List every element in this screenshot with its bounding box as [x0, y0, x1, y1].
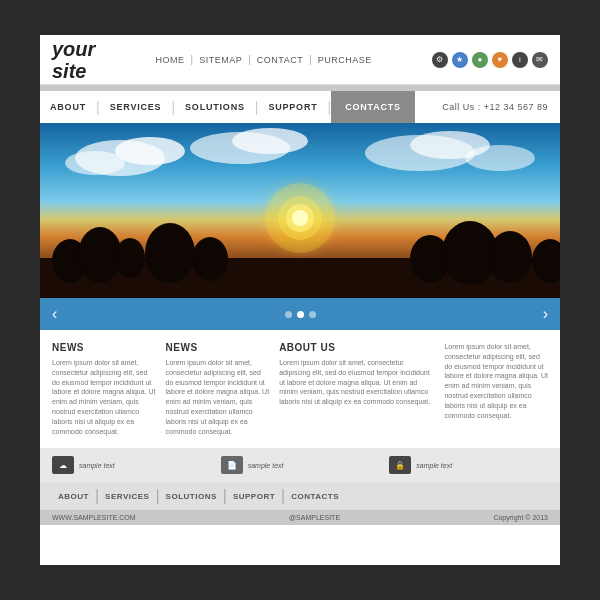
settings-icon[interactable]: ⚙: [432, 52, 448, 68]
nav-sitemap[interactable]: SITEMAP: [193, 55, 248, 65]
icon-row: ☁ sample text 📄 sample text 🔒 sample tex…: [40, 448, 560, 482]
svg-point-2: [115, 137, 185, 165]
bottom-nav-support[interactable]: SUPPORT: [227, 492, 281, 501]
svg-point-8: [465, 145, 535, 171]
document-icon: 📄: [221, 456, 243, 474]
main-nav-links: ABOUT | SERVICES | SOLUTIONS | SUPPORT |…: [40, 91, 442, 123]
footer-website: WWW.SAMPLESITE.COM: [52, 514, 136, 521]
icon-label-2: sample text: [248, 462, 284, 469]
cloud-icon: ☁: [52, 456, 74, 474]
about-body1: Lorem ipsum dolor sit amet, consectetur …: [279, 358, 434, 407]
star-icon[interactable]: ★: [452, 52, 468, 68]
nav-purchase[interactable]: PURCHASE: [312, 55, 378, 65]
bottom-nav-contacts[interactable]: CONTACTS: [285, 492, 345, 501]
news2-body: Lorem ipsum dolor sit amet, consectetur …: [166, 358, 270, 436]
page-footer: WWW.SAMPLESITE.COM @SAMPLESITE Copyright…: [40, 510, 560, 525]
bottom-nav-services[interactable]: SERVICES: [99, 492, 155, 501]
prev-arrow[interactable]: ‹: [52, 305, 57, 323]
content-section: NEWS Lorem ipsum dolor sit amet, consect…: [40, 330, 560, 448]
main-nav-contacts[interactable]: CONTACTS: [331, 91, 415, 123]
about-heading: ABOUT US: [279, 342, 434, 353]
main-navigation: ABOUT | SERVICES | SOLUTIONS | SUPPORT |…: [40, 91, 560, 123]
hero-svg: [40, 123, 560, 298]
svg-point-12: [292, 210, 308, 226]
extra-col: Lorem ipsum dolor sit amet, consectetur …: [444, 342, 548, 436]
slider-bar: ‹ ›: [40, 298, 560, 330]
top-links: HOME | SITEMAP | CONTACT | PURCHASE: [150, 54, 378, 65]
svg-point-17: [145, 223, 195, 283]
bottom-nav-about[interactable]: ABOUT: [52, 492, 95, 501]
bottom-navigation: ABOUT | SERVICES | SOLUTIONS | SUPPORT |…: [40, 482, 560, 510]
lock-icon: 🔒: [389, 456, 411, 474]
news1-body: Lorem ipsum dolor sit amet, consectetur …: [52, 358, 156, 436]
main-nav-support[interactable]: SUPPORT: [258, 91, 327, 123]
svg-point-3: [65, 151, 125, 175]
slider-dots: [285, 311, 316, 318]
news2-heading: NEWS: [166, 342, 270, 353]
icon-label-3: sample text: [416, 462, 452, 469]
icon-label-1: sample text: [79, 462, 115, 469]
icon-item-2: 📄 sample text: [221, 456, 380, 474]
logo-line2: site: [52, 60, 95, 82]
svg-point-21: [488, 231, 532, 283]
world-icon[interactable]: ●: [472, 52, 488, 68]
nav-home[interactable]: HOME: [150, 55, 191, 65]
main-nav-services[interactable]: SERVICES: [100, 91, 172, 123]
svg-point-5: [232, 128, 308, 154]
logo-line1: your: [52, 38, 95, 60]
icon-item-1: ☁ sample text: [52, 456, 211, 474]
call-us-text: Call Us : +12 34 567 89: [442, 102, 560, 112]
footer-copyright: Copyright © 2013: [493, 514, 548, 521]
dot-1[interactable]: [285, 311, 292, 318]
extra-body: Lorem ipsum dolor sit amet, consectetur …: [444, 342, 548, 420]
main-nav-solutions[interactable]: SOLUTIONS: [175, 91, 255, 123]
news1-heading: NEWS: [52, 342, 156, 353]
bottom-nav-links: ABOUT | SERVICES | SOLUTIONS | SUPPORT |…: [40, 487, 560, 505]
dot-3[interactable]: [309, 311, 316, 318]
dot-2[interactable]: [297, 311, 304, 318]
bottom-nav-solutions[interactable]: SOLUTIONS: [160, 492, 223, 501]
hero-image: [40, 123, 560, 298]
heart-icon[interactable]: ♥: [492, 52, 508, 68]
site-logo[interactable]: your site: [52, 38, 95, 82]
icon-item-3: 🔒 sample text: [389, 456, 548, 474]
website-frame: your site HOME | SITEMAP | CONTACT | PUR…: [40, 35, 560, 565]
top-navigation: your site HOME | SITEMAP | CONTACT | PUR…: [40, 35, 560, 85]
footer-social: @SAMPLESITE: [289, 514, 340, 521]
social-icons: ⚙ ★ ● ♥ i ✉: [432, 52, 548, 68]
nav-contact[interactable]: CONTACT: [251, 55, 309, 65]
about-col: ABOUT US Lorem ipsum dolor sit amet, con…: [279, 342, 434, 436]
svg-point-18: [192, 237, 228, 281]
news-col-2: NEWS Lorem ipsum dolor sit amet, consect…: [166, 342, 270, 436]
news-col-1: NEWS Lorem ipsum dolor sit amet, consect…: [52, 342, 156, 436]
svg-point-16: [115, 238, 145, 278]
info-icon[interactable]: i: [512, 52, 528, 68]
email-icon[interactable]: ✉: [532, 52, 548, 68]
next-arrow[interactable]: ›: [543, 305, 548, 323]
main-nav-about[interactable]: ABOUT: [40, 91, 96, 123]
